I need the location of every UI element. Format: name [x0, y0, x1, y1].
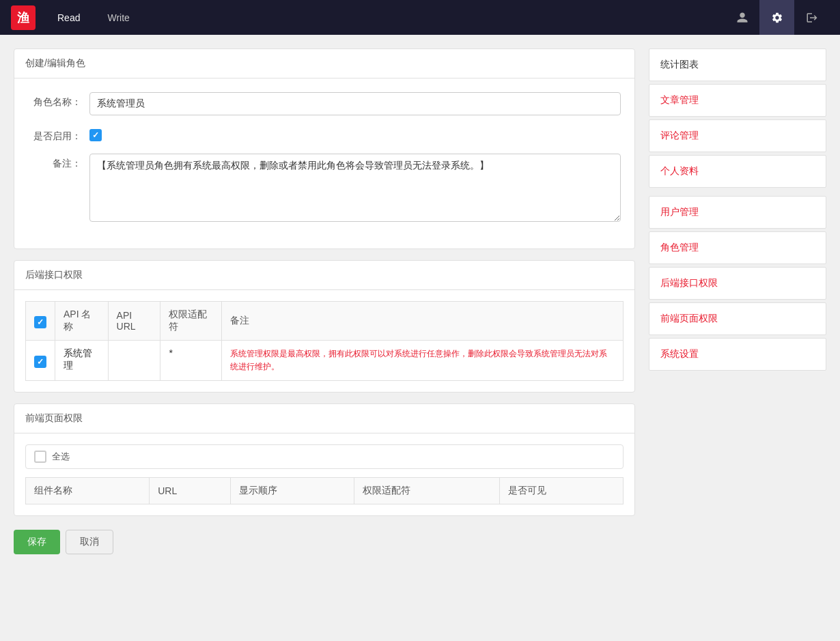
header-checkbox[interactable]: [34, 316, 46, 328]
col-api-name-header: API 名称: [55, 302, 109, 341]
row-checkbox-cell: [26, 341, 55, 381]
col-api-url-header: API URL: [108, 302, 160, 341]
settings-icon: [771, 12, 783, 24]
enable-checkbox-wrap: [89, 126, 621, 141]
backend-table-header-row: API 名称 API URL 权限适配符 备注: [26, 302, 624, 341]
main-content: 创建/编辑角色 角色名称： 是否启用：: [14, 48, 635, 627]
header-checkbox-cell: [26, 302, 55, 341]
col-url-header: URL: [150, 478, 231, 504]
row-notes: 系统管理权限是最高权限，拥有此权限可以对系统进行任意操作，删除此权限会导致系统管…: [221, 341, 623, 381]
role-name-input[interactable]: [89, 92, 621, 115]
sidebar-link-1[interactable]: 文章管理: [660, 94, 699, 105]
nav-write[interactable]: Write: [96, 0, 140, 35]
frontend-perms-header: 前端页面权限: [14, 404, 634, 433]
sidebar-item-7[interactable]: 前端页面权限: [649, 302, 826, 335]
col-permission-header: 权限适配符: [160, 302, 221, 341]
role-name-input-wrap: [89, 92, 621, 115]
create-edit-card-body: 角色名称： 是否启用： 备注： 【系统管理员角色拥有系统最高权: [14, 79, 634, 248]
create-edit-card: 创建/编辑角色 角色名称： 是否启用：: [14, 48, 635, 249]
backend-perms-body: API 名称 API URL 权限适配符 备注 系统管理 * 系统管理权限是最高…: [14, 290, 634, 392]
navbar: 渔 Read Write: [0, 0, 840, 35]
cancel-button[interactable]: 取消: [66, 530, 113, 554]
select-all-checkbox[interactable]: [34, 451, 46, 463]
col-display-order-header: 显示顺序: [230, 478, 354, 504]
select-all-label: 全选: [52, 451, 70, 463]
navbar-right: [725, 0, 829, 35]
enable-row: 是否启用：: [28, 126, 621, 143]
logout-icon: [806, 12, 818, 24]
create-edit-card-header: 创建/编辑角色: [14, 49, 634, 79]
sidebar-link-5[interactable]: 角色管理: [660, 242, 699, 253]
sidebar-item-4[interactable]: 用户管理: [649, 196, 826, 229]
sidebar-link-4[interactable]: 用户管理: [660, 206, 699, 217]
sidebar-link-6[interactable]: 后端接口权限: [660, 277, 718, 288]
sidebar: 统计图表文章管理评论管理个人资料用户管理角色管理后端接口权限前端页面权限系统设置: [649, 48, 826, 627]
frontend-perms-table: 组件名称 URL 显示顺序 权限适配符 是否可见: [25, 477, 624, 504]
col-component-header: 组件名称: [26, 478, 150, 504]
enable-checkbox[interactable]: [89, 129, 102, 141]
user-icon-btn[interactable]: [725, 0, 759, 35]
col-notes-header: 备注: [221, 302, 623, 341]
logo[interactable]: 渔: [11, 5, 36, 30]
user-icon: [736, 12, 748, 24]
notes-textarea-wrap: 【系统管理员角色拥有系统最高权限，<span style="color:red"…: [89, 154, 621, 224]
row-api-name: 系统管理: [55, 341, 109, 381]
settings-icon-btn[interactable]: [759, 0, 794, 35]
sidebar-item-8[interactable]: 系统设置: [649, 338, 826, 371]
sidebar-link-8[interactable]: 系统设置: [660, 348, 699, 359]
frontend-perms-card: 前端页面权限 全选 组件名称 URL 显示顺序 权限适配符 是否可见: [14, 403, 635, 516]
sidebar-item-2[interactable]: 评论管理: [649, 119, 826, 152]
sidebar-item-3[interactable]: 个人资料: [649, 155, 826, 188]
col-visible-header: 是否可见: [499, 478, 623, 504]
sidebar-item-5[interactable]: 角色管理: [649, 231, 826, 264]
row-api-url: [108, 341, 160, 381]
page-body: 创建/编辑角色 角色名称： 是否启用：: [0, 35, 840, 641]
table-row: 系统管理 * 系统管理权限是最高权限，拥有此权限可以对系统进行任意操作，删除此权…: [26, 341, 624, 381]
form-buttons: 保存 取消: [14, 530, 635, 554]
frontend-perms-body: 全选 组件名称 URL 显示顺序 权限适配符 是否可见: [14, 433, 634, 515]
sidebar-link-7[interactable]: 前端页面权限: [660, 313, 718, 324]
sidebar-link-3[interactable]: 个人资料: [660, 165, 699, 176]
sidebar-item-0[interactable]: 统计图表: [649, 48, 826, 81]
row-permission: *: [160, 341, 221, 381]
backend-perms-table: API 名称 API URL 权限适配符 备注 系统管理 * 系统管理权限是最高…: [25, 301, 624, 381]
notes-label: 备注：: [28, 154, 89, 170]
row-checkbox[interactable]: [34, 356, 46, 368]
logout-icon-btn[interactable]: [794, 0, 829, 35]
enable-label: 是否启用：: [28, 126, 89, 143]
col-permission-header: 权限适配符: [354, 478, 500, 504]
frontend-table-header-row: 组件名称 URL 显示顺序 权限适配符 是否可见: [26, 478, 624, 504]
sidebar-item-1[interactable]: 文章管理: [649, 84, 826, 117]
select-all-bar: 全选: [25, 444, 624, 469]
role-name-row: 角色名称：: [28, 92, 621, 115]
backend-perms-header: 后端接口权限: [14, 261, 634, 290]
save-button[interactable]: 保存: [14, 530, 60, 554]
sidebar-link-2[interactable]: 评论管理: [660, 130, 699, 141]
backend-perms-card: 后端接口权限 API 名称 API URL 权限适配符 备注: [14, 260, 635, 393]
notes-textarea[interactable]: 【系统管理员角色拥有系统最高权限，<span style="color:red"…: [89, 154, 621, 222]
role-name-label: 角色名称：: [28, 92, 89, 109]
nav-read[interactable]: Read: [46, 0, 91, 35]
sidebar-item-6[interactable]: 后端接口权限: [649, 267, 826, 300]
notes-row: 备注： 【系统管理员角色拥有系统最高权限，<span style="color:…: [28, 154, 621, 224]
